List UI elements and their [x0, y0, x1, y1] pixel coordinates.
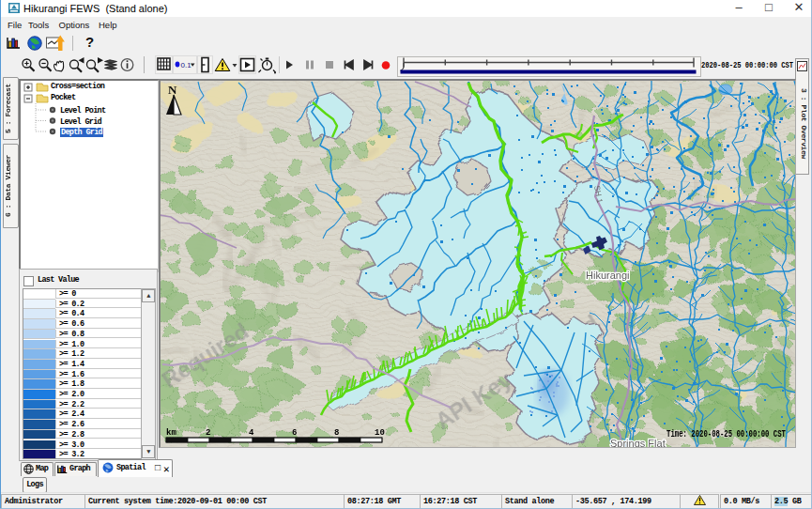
svg-text:8: 8 [334, 428, 339, 438]
svg-text:Time: 2020-08-25 00:00:00 CST: Time: 2020-08-25 00:00:00 CST [666, 429, 786, 440]
svg-text:0.1: 0.1 [181, 61, 192, 69]
svg-text:6: 6 [292, 428, 297, 438]
svg-text:N: N [168, 83, 177, 97]
svg-text:2020-08-25 00:00:00 CST: 2020-08-25 00:00:00 CST [701, 61, 793, 70]
svg-text:2: 2 [206, 428, 210, 438]
svg-text:10: 10 [375, 428, 385, 438]
svg-text:4: 4 [249, 428, 254, 438]
svg-text:Hikurangi: Hikurangi [586, 270, 629, 281]
svg-text:Springs Flat: Springs Flat [610, 438, 666, 448]
svg-text:km: km [166, 428, 176, 438]
